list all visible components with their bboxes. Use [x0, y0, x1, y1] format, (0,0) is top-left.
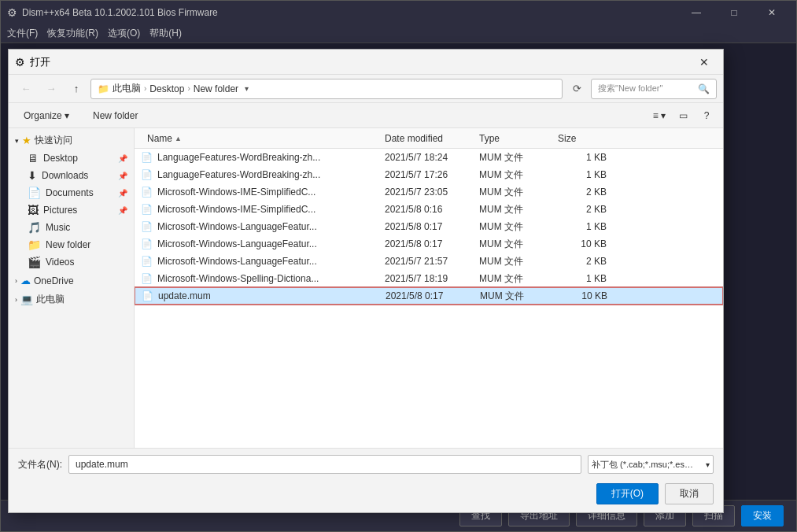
table-row[interactable]: 📄 LanguageFeatures-WordBreaking-zh... 20…: [135, 166, 723, 183]
cell-date-8: 2021/5/8 0:17: [386, 290, 480, 301]
sidebar-item-documents[interactable]: 📄 Documents 📌: [9, 184, 134, 201]
quick-access-arrow: ▾: [15, 137, 19, 145]
file-list: 📄 LanguageFeatures-WordBreaking-zh... 20…: [135, 149, 723, 448]
menu-restore[interactable]: 恢复功能(R): [47, 27, 98, 40]
col-header-size[interactable]: Size: [558, 133, 613, 144]
documents-pin-icon: 📌: [118, 189, 127, 198]
search-placeholder: 搜索"New folder": [598, 83, 662, 94]
dialog-titlebar: ⚙ 打开 ✕: [9, 50, 723, 75]
onedrive-section: › ☁ OneDrive: [9, 272, 134, 289]
cell-type-8: MUM 文件: [480, 290, 559, 303]
table-row[interactable]: 📄 Microsoft-Windows-IME-SimplifiedC... 2…: [135, 183, 723, 201]
quick-access-header[interactable]: ▾ ★ 快速访问: [9, 131, 134, 150]
refresh-button[interactable]: ⟳: [566, 79, 588, 99]
cell-size-5: 10 KB: [558, 238, 613, 249]
table-row[interactable]: 📄 Microsoft-Windows-LanguageFeatur... 20…: [135, 235, 723, 253]
preview-button[interactable]: ▭: [673, 106, 693, 125]
breadcrumb-dropdown-icon[interactable]: ▾: [245, 84, 249, 93]
sidebar-item-downloads-label: Downloads: [42, 170, 88, 181]
music-icon: 🎵: [28, 221, 41, 234]
filename-input[interactable]: [68, 455, 581, 474]
col-header-type[interactable]: Type: [479, 133, 558, 144]
thispc-icon: 💻: [20, 294, 33, 305]
breadcrumb-part-1[interactable]: Desktop: [149, 83, 184, 94]
sidebar-item-desktop-label: Desktop: [43, 153, 78, 164]
cell-name-2: 📄 Microsoft-Windows-IME-SimplifiedC...: [141, 187, 385, 198]
cell-name-7: 📄 Microsoft-Windows-Spelling-Dictiona...: [141, 273, 385, 284]
file-icon-5: 📄: [141, 238, 153, 249]
table-row[interactable]: 📄 Microsoft-Windows-LanguageFeatur... 20…: [135, 253, 723, 270]
install-button[interactable]: 安装: [741, 505, 784, 526]
thispc-arrow: ›: [15, 296, 17, 304]
cell-size-2: 2 KB: [558, 187, 613, 198]
breadcrumb-folder-icon: 📁: [98, 83, 109, 94]
file-icon-8: 📄: [142, 290, 153, 301]
open-button[interactable]: 打开(O): [596, 483, 659, 504]
sidebar-item-newfolder-label: New folder: [46, 239, 90, 250]
sidebar-item-desktop[interactable]: 🖥 Desktop 📌: [9, 150, 134, 167]
menu-help[interactable]: 帮助(H): [149, 27, 182, 40]
main-titlebar: ⚙ Dism++x64 Beta 10.1.2002.101 Bios Firm…: [1, 1, 796, 24]
breadcrumb-sep-0: ›: [144, 84, 146, 93]
breadcrumb-part-0[interactable]: 此电脑: [113, 82, 141, 95]
table-row[interactable]: 📄 Microsoft-Windows-LanguageFeatur... 20…: [135, 218, 723, 235]
maximize-button[interactable]: □: [716, 1, 752, 24]
thispc-header[interactable]: › 💻 此电脑: [9, 290, 134, 308]
filetype-chevron-icon: ▾: [706, 460, 710, 469]
downloads-icon: ⬇: [28, 169, 37, 182]
filetype-value: 补丁包 (*.cab;*.msu;*.esd;*.ex: [592, 459, 694, 471]
col-header-name[interactable]: Name ▲: [141, 133, 385, 144]
cancel-button[interactable]: 取消: [665, 483, 714, 504]
nav-up-button[interactable]: ↑: [65, 78, 87, 100]
minimize-button[interactable]: —: [678, 1, 714, 24]
file-icon-0: 📄: [141, 152, 153, 163]
onedrive-arrow: ›: [15, 277, 17, 285]
table-row[interactable]: 📄 update.mum 2021/5/8 0:17 MUM 文件 10 KB: [135, 287, 723, 305]
table-row[interactable]: 📄 Microsoft-Windows-IME-SimplifiedC... 2…: [135, 201, 723, 218]
onedrive-header[interactable]: › ☁ OneDrive: [9, 272, 134, 289]
sidebar-item-newfolder[interactable]: 📁 New folder: [9, 236, 134, 253]
sidebar-item-pictures[interactable]: 🖼 Pictures 📌: [9, 201, 134, 219]
close-button[interactable]: ✕: [754, 1, 790, 24]
dialog-close-button[interactable]: ✕: [692, 51, 717, 73]
col-header-date[interactable]: Date modified: [385, 133, 479, 144]
cell-size-0: 1 KB: [558, 152, 613, 163]
nav-forward-button[interactable]: →: [40, 78, 62, 100]
organize-button[interactable]: Organize ▾: [15, 106, 78, 125]
action-row: 打开(O) 取消: [9, 480, 723, 512]
sidebar-item-videos[interactable]: 🎬 Videos: [9, 253, 134, 271]
nav-back-button[interactable]: ←: [15, 78, 37, 100]
cell-type-3: MUM 文件: [479, 203, 558, 216]
new-folder-button[interactable]: New folder: [84, 106, 146, 125]
cell-name-4: 📄 Microsoft-Windows-LanguageFeatur...: [141, 221, 385, 232]
search-bar[interactable]: 搜索"New folder" 🔍: [591, 79, 717, 99]
help-button[interactable]: ?: [696, 106, 717, 125]
table-row[interactable]: 📄 LanguageFeatures-WordBreaking-zh... 20…: [135, 149, 723, 166]
view-menu-button[interactable]: ≡ ▾: [649, 106, 670, 125]
cell-date-4: 2021/5/8 0:17: [385, 221, 479, 232]
sidebar-item-pictures-label: Pictures: [43, 205, 77, 216]
newfolder-icon: 📁: [28, 238, 41, 251]
cell-date-0: 2021/5/7 18:24: [385, 152, 479, 163]
thispc-section: › 💻 此电脑: [9, 290, 134, 308]
cell-name-8: 📄 update.mum: [142, 290, 386, 301]
breadcrumb-part-2[interactable]: New folder: [194, 83, 238, 94]
main-title: Dism++x64 Beta 10.1.2002.101 Bios Firmwa…: [22, 7, 673, 18]
file-icon-2: 📄: [141, 187, 153, 198]
cell-name-6: 📄 Microsoft-Windows-LanguageFeatur...: [141, 256, 385, 267]
sidebar-item-music[interactable]: 🎵 Music: [9, 219, 134, 236]
desktop-pin-icon: 📌: [118, 154, 127, 163]
filetype-dropdown[interactable]: 补丁包 (*.cab;*.msu;*.esd;*.ex ▾: [588, 455, 714, 474]
file-icon-1: 📄: [141, 169, 153, 180]
menu-options[interactable]: 选项(O): [108, 27, 140, 40]
breadcrumb-bar[interactable]: 📁 此电脑 › Desktop › New folder ▾: [90, 79, 563, 99]
col-type-label: Type: [479, 133, 500, 144]
cell-type-0: MUM 文件: [479, 151, 558, 164]
cell-name-3: 📄 Microsoft-Windows-IME-SimplifiedC...: [141, 204, 385, 215]
menu-file[interactable]: 文件(F): [7, 27, 38, 40]
cell-type-1: MUM 文件: [479, 168, 558, 182]
table-row[interactable]: 📄 Microsoft-Windows-Spelling-Dictiona...…: [135, 270, 723, 287]
sidebar-item-downloads[interactable]: ⬇ Downloads 📌: [9, 167, 134, 184]
videos-icon: 🎬: [28, 256, 41, 268]
quick-access-star-icon: ★: [22, 135, 31, 146]
